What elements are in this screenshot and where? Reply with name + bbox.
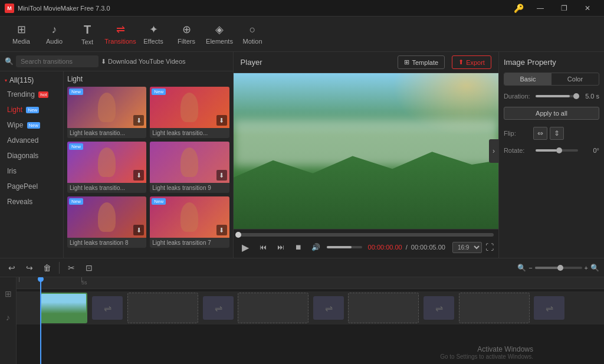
download-thumb-icon-2[interactable]: ⬇ <box>216 115 227 126</box>
empty-clip-2[interactable] <box>238 293 308 323</box>
redo-button[interactable]: ↪ <box>22 261 37 275</box>
download-youtube-button[interactable]: ⬇ Download YouTube Videos <box>101 58 186 65</box>
volume-slider[interactable] <box>327 246 362 248</box>
transition-item-1[interactable]: New ⬇ Light leaks transitio... <box>67 87 146 138</box>
zoom-slider[interactable] <box>535 267 582 269</box>
next-frame-button[interactable]: ⏭ <box>274 240 288 254</box>
time-total: 00:00:05.00 <box>411 244 445 251</box>
video-track-icon: ⊞ <box>5 289 12 299</box>
volume-button[interactable]: 🔊 <box>309 240 323 254</box>
download-thumb-icon-4[interactable]: ⬇ <box>216 170 227 181</box>
clip-thumbnail <box>41 294 86 322</box>
search-input[interactable] <box>16 55 99 67</box>
collapse-panel-button[interactable]: › <box>489 139 498 163</box>
transition-item-6[interactable]: New ⬇ Light leaks transition 7 <box>150 196 229 248</box>
apply-all-button[interactable]: Apply to all <box>504 107 599 120</box>
transition-slot-5[interactable]: ⇌ <box>534 296 564 320</box>
category-wipe[interactable]: Wipe New <box>0 117 63 133</box>
category-trending[interactable]: Trending hot <box>0 87 63 102</box>
zoom-fill <box>535 267 559 269</box>
category-pagepeel[interactable]: PagePeel <box>0 179 63 194</box>
rotate-handle[interactable] <box>556 147 562 153</box>
video-clip-1[interactable] <box>40 293 87 323</box>
empty-clip-3[interactable] <box>348 293 419 323</box>
close-button[interactable]: ✕ <box>576 0 599 17</box>
play-button[interactable]: ▶ <box>238 240 252 254</box>
tool-media[interactable]: ⊞ Media <box>5 19 38 50</box>
transition-slot-4[interactable]: ⇌ <box>424 296 454 320</box>
tool-audio[interactable]: ♪ Audio <box>38 19 71 50</box>
category-reveals[interactable]: Reveals <box>0 194 63 209</box>
progress-bar[interactable] <box>238 233 494 237</box>
trending-label: Trending <box>7 90 35 99</box>
transition-item-4[interactable]: ⬇ Light leaks transition 9 <box>150 142 229 193</box>
flip-vertical-button[interactable]: ⇕ <box>550 127 564 140</box>
rotate-slider[interactable] <box>536 149 578 152</box>
transition-slot-3[interactable]: ⇌ <box>313 296 344 320</box>
video-display: › <box>234 73 498 229</box>
duration-handle[interactable] <box>573 93 579 99</box>
time-current: 00:00:00.00 <box>368 244 402 251</box>
zoom-minus[interactable]: − <box>528 264 532 271</box>
flip-horizontal-button[interactable]: ⇔ <box>533 127 547 140</box>
audio-icon: ♪ <box>52 24 57 36</box>
tool-transitions[interactable]: ⇌ Transitions <box>104 19 137 50</box>
transition-item-5[interactable]: New ⬇ Light leaks transition 8 <box>67 196 146 248</box>
stop-button[interactable]: ⏹ <box>291 240 306 254</box>
fullscreen-button[interactable]: ⛶ <box>485 242 494 252</box>
transition-item-2[interactable]: New ⬇ Light leaks transitio... <box>150 87 229 138</box>
undo-button[interactable]: ↩ <box>5 261 19 275</box>
tool-effects-label: Effects <box>143 38 163 45</box>
transitions-icon: ⇌ <box>116 23 125 36</box>
all-categories-header[interactable]: ▾ All(115) <box>0 74 63 87</box>
transition-item-3[interactable]: New ⬇ Light leaks transitio... <box>67 142 146 193</box>
tab-basic[interactable]: Basic <box>504 73 552 85</box>
minimize-button[interactable]: — <box>528 0 552 17</box>
prev-frame-button[interactable]: ⏮ <box>256 240 270 254</box>
category-light[interactable]: Light New <box>0 102 63 117</box>
new-badge-6: New <box>152 198 166 205</box>
tool-effects[interactable]: ✦ Effects <box>137 19 170 50</box>
category-iris[interactable]: Iris <box>0 163 63 179</box>
tab-color[interactable]: Color <box>552 73 599 85</box>
duration-slider[interactable] <box>536 95 578 97</box>
transition-slot-1[interactable]: ⇌ <box>92 296 123 320</box>
zoom-controls: 🔍 − + 🔍 <box>517 264 599 272</box>
transition-thumb-6: New ⬇ <box>150 196 229 238</box>
duration-label: Duration: <box>504 93 533 100</box>
empty-clip-4[interactable] <box>459 293 530 323</box>
category-diagonals[interactable]: Diagonals <box>0 148 63 163</box>
timeline-playhead[interactable] <box>40 277 41 364</box>
zoom-handle[interactable] <box>557 265 563 271</box>
tool-elements[interactable]: ◈ Elements <box>203 19 236 50</box>
text-icon: T <box>84 23 91 37</box>
aspect-ratio-select[interactable]: 16:9 4:3 1:1 <box>452 242 482 253</box>
empty-clip-1[interactable] <box>127 293 198 323</box>
transition-label-6: Light leaks transition 7 <box>150 238 229 248</box>
window-controls: — ❐ ✕ <box>528 0 599 17</box>
iris-label: Iris <box>7 167 17 175</box>
download-thumb-icon-1[interactable]: ⬇ <box>133 115 144 126</box>
template-button[interactable]: ⊞ Template <box>398 55 445 69</box>
transition-slot-2[interactable]: ⇌ <box>203 296 234 320</box>
download-thumb-icon-5[interactable]: ⬇ <box>133 225 144 235</box>
export-button[interactable]: ⬆ Export <box>452 55 491 69</box>
tool-elements-label: Elements <box>206 38 233 45</box>
activate-windows-notice: Activate Windows Go to Settings to activ… <box>440 345 533 360</box>
category-advanced[interactable]: Advanced <box>0 133 63 148</box>
restore-button[interactable]: ❐ <box>552 0 576 17</box>
progress-handle[interactable] <box>235 232 241 238</box>
crop-button[interactable]: ⊡ <box>82 261 96 275</box>
download-thumb-icon-6[interactable]: ⬇ <box>216 225 227 235</box>
delete-button[interactable]: 🗑 <box>40 261 54 275</box>
tool-text[interactable]: T Text <box>71 19 104 50</box>
tool-filters[interactable]: ⊕ Filters <box>170 19 203 50</box>
download-thumb-icon-3[interactable]: ⬇ <box>133 170 144 181</box>
template-label: Template <box>412 59 438 66</box>
timeline-tracks[interactable]: 5s ⇌ ⇌ ⇌ ⇌ <box>17 277 604 364</box>
transition-thumb-4: ⬇ <box>150 142 229 183</box>
cut-button[interactable]: ✂ <box>64 261 78 275</box>
zoom-plus[interactable]: + <box>585 264 588 271</box>
tool-motion[interactable]: ○ Motion <box>236 19 269 50</box>
effects-icon: ✦ <box>149 23 158 36</box>
